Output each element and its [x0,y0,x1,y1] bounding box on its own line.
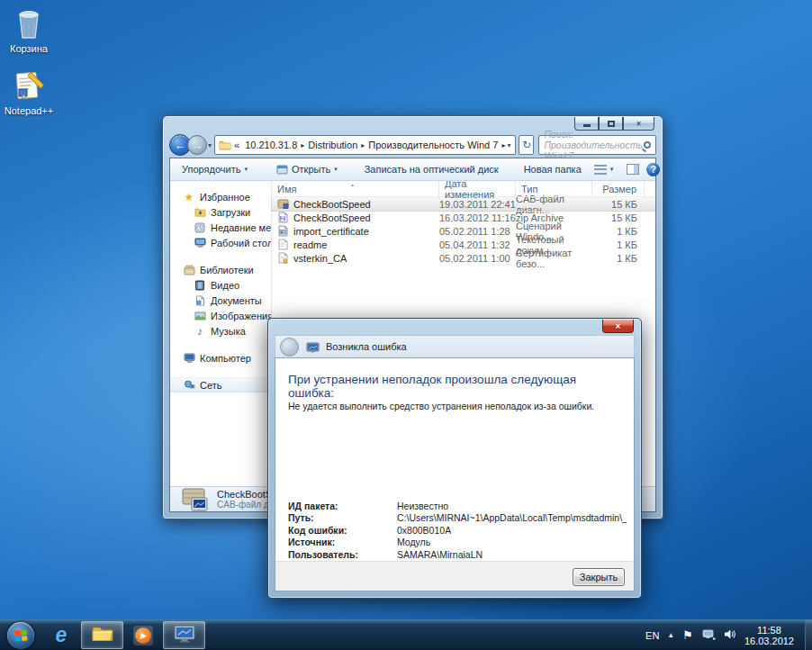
burn-button[interactable]: Записать на оптический диск [358,161,505,177]
address-bar[interactable]: « 10.210.31.8 ▸ Distribution ▸ Производи… [214,135,516,155]
address-dropdown-icon[interactable]: ▾ [507,141,510,149]
detail-value: 0x800B010A [397,525,451,536]
organize-button[interactable]: Упорядочить ▾ [176,161,254,177]
views-icon [594,165,607,175]
detail-row: Код ошибки:0x800B010A [288,524,627,537]
forward-button[interactable]: → [187,135,207,155]
detail-label: Путь: [288,512,397,523]
sidebar-item-videos[interactable]: Видео [170,277,271,293]
sidebar-item-label: Компьютер [200,353,251,364]
action-center-flag-icon[interactable]: ⚑ [682,628,693,642]
desktop-icon [194,237,206,249]
chevron-down-icon: ▾ [244,166,248,173]
sidebar-item-label: Библиотеки [200,265,254,275]
open-label: Открыть [292,164,330,175]
explorer-folder-icon [91,624,114,646]
sidebar-item-recent-places[interactable]: Недавние места [170,220,271,235]
show-desktop-button[interactable] [805,620,812,650]
sidebar-item-documents[interactable]: Документы [170,293,271,308]
network-icon [183,379,195,392]
detail-value: Модуль [397,537,430,547]
help-button[interactable]: ? [646,163,660,176]
cab-file-icon [277,198,289,210]
desktop-icon-recycle-bin[interactable]: Корзина [0,5,58,54]
dialog-heading: При устранении неполадок произошла следу… [288,373,621,400]
dialog-close-action-button[interactable]: Закрыть [573,568,625,586]
breadcrumb-segment[interactable]: Производительность Wind 7 [365,140,501,150]
detail-row: Путь:C:\Users\MIRNAI~1\AppData\Local\Tem… [288,512,627,525]
breadcrumb-segment[interactable]: Distribution [305,140,360,150]
detail-label: ИД пакета: [288,501,397,511]
search-input[interactable]: Поиск: Производительность Wind 7 [538,135,656,155]
sidebar-item-computer[interactable]: Компьютер [170,350,271,366]
preview-pane-button[interactable] [627,164,639,175]
file-row[interactable]: vsterkin_CA 05.02.2011 1:00 Сертификат б… [272,251,655,265]
recent-places-icon [194,221,206,234]
detail-label: Код ошибки: [288,525,397,536]
refresh-button[interactable]: ↻ [519,135,534,155]
sidebar-item-label: Музыка [211,326,246,337]
new-folder-label: Новая папка [524,164,582,175]
file-row[interactable]: readme 05.04.2011 1:32 Текстовый докум..… [272,238,655,251]
taskbar-ie-button[interactable]: e [43,621,79,650]
close-button-label: Закрыть [580,572,618,582]
open-button[interactable]: Открыть ▾ [270,161,344,177]
taskbar-clock[interactable]: 11:58 16.03.2012 [744,625,799,646]
sidebar-item-network[interactable]: Сеть [170,377,271,393]
column-header-modified[interactable]: Дата изменения [439,181,516,196]
views-button[interactable]: ▾ [588,162,620,177]
internet-explorer-icon: e [56,623,68,647]
history-dropdown[interactable]: ▾ [208,141,212,149]
start-button[interactable] [7,622,34,649]
taskbar-wmp-button[interactable]: ▶ [125,621,161,650]
sidebar-item-libraries[interactable]: Библиотеки [170,262,271,277]
libraries-icon [183,264,195,276]
dialog-footer: Закрыть [275,561,634,591]
zip-file-icon [277,212,289,223]
tray-expand-icon[interactable]: ▲ [667,631,674,639]
media-player-icon: ▶ [133,626,153,645]
refresh-icon: ↻ [522,139,531,151]
breadcrumb-overflow[interactable]: « [231,140,242,150]
sidebar-item-favorites[interactable]: ★ Избранное [170,189,271,204]
taskbar-troubleshooter-button[interactable] [163,621,205,649]
dialog-message: Не удается выполнить средство устранения… [288,401,621,411]
sidebar-item-label: Документы [211,295,262,306]
sidebar-item-music[interactable]: ♪ Музыка [170,323,271,339]
column-headers: ▴ Имя Дата изменения Тип Размер [272,181,655,197]
file-row[interactable]: import_certificate 05.02.2011 1:28 Сцена… [272,224,655,238]
detail-label: Источник: [288,537,397,547]
volume-icon[interactable] [724,628,736,642]
dialog-back-button[interactable]: ← [280,338,299,357]
desktop-icon-notepad[interactable]: Notepad++ [0,68,58,116]
breadcrumb-segment[interactable]: 10.210.31.8 [242,140,300,150]
dialog-navigation-bar: ← Возникла ошибка [275,335,635,357]
search-icon [644,141,651,149]
chevron-down-icon: ▾ [610,166,614,173]
sidebar-item-label: Недавние места [211,222,272,233]
sidebar-item-label: Рабочий стол [211,238,272,248]
new-folder-button[interactable]: Новая папка [518,161,588,177]
detail-label: Пользователь: [288,549,397,560]
column-header-type[interactable]: Тип [516,181,592,196]
column-header-name[interactable]: Имя [272,181,439,196]
column-header-size[interactable]: Размер [592,181,645,196]
close-icon: × [636,119,642,129]
sidebar-item-label: Видео [211,280,239,291]
network-tray-icon[interactable] [701,628,716,642]
computer-icon [183,352,195,365]
file-row[interactable]: CheckBootSpeed 16.03.2012 11:16 zip Arch… [272,211,655,224]
clock-date: 16.03.2012 [744,636,794,646]
minimize-icon [583,124,591,127]
desktop-icon-label: Корзина [0,43,58,54]
detail-row: ИД пакета:Неизвестно [288,500,627,512]
sidebar-item-pictures[interactable]: Изображения [170,308,271,323]
language-indicator[interactable]: EN [645,630,659,641]
dialog-close-button[interactable]: × [602,320,634,333]
taskbar-explorer-button[interactable] [81,621,123,649]
dialog-content: При устранении неполадок произошла следу… [275,357,635,591]
error-dialog: × ← Возникла ошибка При устранении непол… [267,318,642,599]
sidebar-item-desktop[interactable]: Рабочий стол [170,235,271,250]
sidebar-item-downloads[interactable]: Загрузки [170,204,271,220]
chevron-down-icon: ▾ [334,166,338,173]
